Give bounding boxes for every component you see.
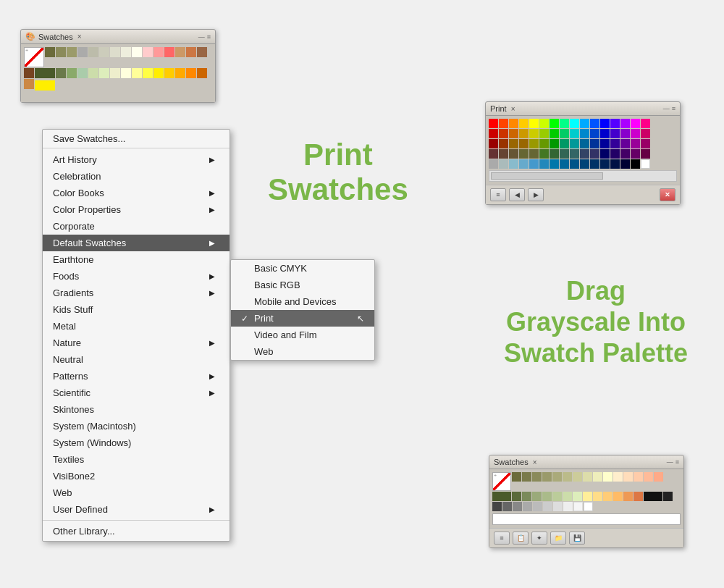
swatch-cell[interactable] xyxy=(132,47,142,57)
swatch-cell[interactable] xyxy=(550,119,559,128)
panel-menu-icon[interactable]: ≡ xyxy=(672,105,675,112)
save-btn[interactable]: 💾 xyxy=(569,532,585,545)
swatch-cell[interactable] xyxy=(512,492,521,501)
panel-menu-icon[interactable]: ≡ xyxy=(675,458,679,466)
swatch-cell[interactable] xyxy=(553,502,563,511)
swatch-cell[interactable] xyxy=(542,472,552,482)
swatch-cell[interactable] xyxy=(560,129,569,138)
swatch-cell[interactable] xyxy=(560,139,569,148)
swatch-cell[interactable] xyxy=(560,149,569,159)
swatch-cell[interactable] xyxy=(600,129,610,138)
swatch-cell[interactable] xyxy=(620,149,630,159)
swatch-cell[interactable] xyxy=(532,472,542,482)
swatch-cell[interactable] xyxy=(623,472,633,482)
swatch-cell[interactable] xyxy=(539,129,549,138)
swatch-cell[interactable] xyxy=(77,47,88,57)
swatch-input-bar[interactable] xyxy=(489,170,677,182)
swatch-cell[interactable] xyxy=(509,159,518,169)
swatch-cell[interactable] xyxy=(590,139,599,148)
swatch-cell[interactable] xyxy=(590,149,599,159)
next-btn[interactable]: ▶ xyxy=(528,188,544,201)
swatch-cell[interactable] xyxy=(600,159,610,169)
swatch-cell[interactable] xyxy=(529,139,539,148)
swatch-cell[interactable] xyxy=(502,502,512,511)
menu-item-art-history[interactable]: Art History ▶ xyxy=(43,151,230,168)
swatch-cell[interactable] xyxy=(552,472,562,482)
menu-item-gradients[interactable]: Gradients ▶ xyxy=(43,285,230,301)
swatch-cell[interactable] xyxy=(573,492,582,501)
swatch-cell[interactable] xyxy=(584,502,593,511)
menu-item-default-swatches[interactable]: Default Swatches ▶ xyxy=(43,235,230,251)
swatch-list-btn[interactable]: ≡ xyxy=(490,188,506,201)
menu-item-skintones[interactable]: Skintones xyxy=(43,401,230,418)
swatch-cell[interactable] xyxy=(542,492,552,501)
swatch-cell[interactable] xyxy=(175,68,185,78)
menu-item-other-library[interactable]: Other Library... xyxy=(43,523,230,541)
swatch-cell[interactable] xyxy=(519,159,529,169)
swatch-cell[interactable] xyxy=(88,68,98,78)
swatch-cell[interactable] xyxy=(489,119,498,128)
save-swatches-item[interactable]: Save Swatches... xyxy=(43,130,230,148)
swatch-cell[interactable] xyxy=(492,492,511,501)
swatch-cell[interactable] xyxy=(99,47,109,57)
swatch-cell[interactable] xyxy=(121,68,131,78)
minimize-icon[interactable]: — xyxy=(663,105,670,112)
swatch-cell[interactable] xyxy=(509,129,518,138)
swatch-cell[interactable] xyxy=(512,472,521,482)
minimize-icon[interactable]: — xyxy=(198,33,205,41)
swatch-cell[interactable] xyxy=(641,119,650,128)
swatch-cell[interactable] xyxy=(573,502,583,511)
menu-item-textiles[interactable]: Textiles xyxy=(43,451,230,468)
swatch-cell[interactable] xyxy=(560,119,569,128)
bottom-panel-tab-close[interactable]: × xyxy=(533,458,537,466)
swatch-cell[interactable] xyxy=(509,139,518,148)
menu-item-kids-stuff[interactable]: Kids Stuff xyxy=(43,301,230,318)
swatch-cell[interactable] xyxy=(539,139,549,148)
swatch-cell[interactable] xyxy=(631,139,640,148)
swatch-cell[interactable] xyxy=(110,47,120,57)
swatch-cell[interactable] xyxy=(110,68,120,78)
swatch-cell[interactable] xyxy=(492,502,502,511)
swatch-cell[interactable] xyxy=(533,502,542,511)
swatch-cell[interactable] xyxy=(583,492,592,501)
swatch-cell[interactable] xyxy=(522,492,531,501)
swatch-cell[interactable] xyxy=(499,119,508,128)
swatch-cell[interactable] xyxy=(603,472,613,482)
swatch-cell[interactable] xyxy=(610,159,620,169)
swatch-cell[interactable] xyxy=(634,472,643,482)
swatch-cell[interactable] xyxy=(620,159,630,169)
swatch-cell[interactable] xyxy=(631,119,640,128)
swatch-cell[interactable] xyxy=(644,492,662,501)
menu-item-celebration[interactable]: Celebration xyxy=(43,168,230,185)
swatch-cell[interactable] xyxy=(153,47,164,57)
prev-btn[interactable]: ◀ xyxy=(509,188,525,201)
menu-item-neutral[interactable]: Neutral xyxy=(43,351,230,368)
swatch-cell[interactable] xyxy=(552,492,562,501)
swatch-cell[interactable] xyxy=(175,47,185,57)
submenu-item-basic-rgb[interactable]: Basic RGB xyxy=(231,277,374,293)
menu-item-metal[interactable]: Metal xyxy=(43,318,230,335)
swatch-cell[interactable] xyxy=(519,129,529,138)
swatch-cell[interactable] xyxy=(509,119,518,128)
menu-item-visibone2[interactable]: VisiBone2 xyxy=(43,468,230,484)
swatch-cell[interactable] xyxy=(641,149,650,159)
swatch-cell[interactable] xyxy=(529,129,539,138)
menu-item-web[interactable]: Web xyxy=(43,484,230,501)
swatch-cell[interactable] xyxy=(35,68,55,78)
swatch-cell[interactable] xyxy=(489,159,498,169)
swatch-cell[interactable] xyxy=(641,129,650,138)
menu-item-system-mac[interactable]: System (Macintosh) xyxy=(43,418,230,434)
submenu-item-mobile-devices[interactable]: Mobile and Devices xyxy=(231,293,374,310)
minimize-icon[interactable]: — xyxy=(667,458,673,466)
menu-item-foods[interactable]: Foods ▶ xyxy=(43,268,230,285)
swatch-cell[interactable] xyxy=(489,129,498,138)
yellow-swatch[interactable] xyxy=(35,80,55,91)
swatch-cell[interactable] xyxy=(24,79,34,89)
new-layer-btn[interactable]: 📋 xyxy=(513,532,529,545)
swatch-cell[interactable] xyxy=(153,68,164,78)
swatch-cell[interactable] xyxy=(513,502,522,511)
swatch-cell[interactable] xyxy=(121,47,131,57)
swatch-cell[interactable] xyxy=(522,472,531,482)
swatch-cell[interactable] xyxy=(583,472,592,482)
menu-item-color-books[interactable]: Color Books ▶ xyxy=(43,185,230,201)
